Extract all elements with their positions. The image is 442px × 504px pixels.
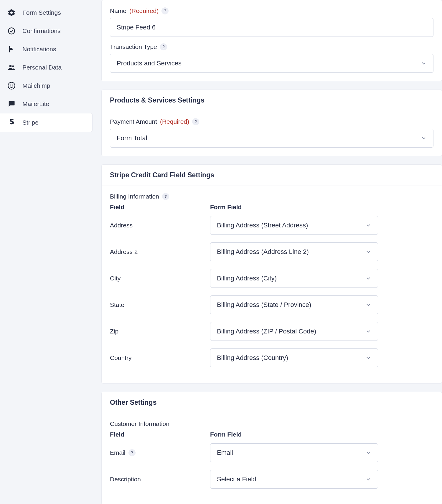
name-label-row: Name (Required) ? [110,7,433,14]
products-panel: Products & Services Settings Payment Amo… [101,90,442,156]
settings-sidebar: Form SettingsConfirmationsNotificationsP… [0,0,94,504]
name-label: Name [110,7,126,14]
customer-columns-header: Field Form Field [110,431,433,438]
check-circle-icon [7,27,16,35]
card-panel: Stripe Credit Card Field Settings Billin… [101,164,442,384]
chevron-down-icon [365,249,371,255]
customer-field-label: Email? [110,449,207,456]
txn-label-row: Transaction Type ? [110,43,433,50]
billing-city-select-value: Billing Address (City) [217,275,277,282]
chevron-down-icon [365,275,371,281]
other-panel-title: Other Settings [102,392,442,413]
transaction-type-label: Transaction Type [110,43,157,50]
mailchimp-icon [7,81,16,90]
products-panel-title: Products & Services Settings [102,90,442,111]
billing-columns-header: Field Form Field [110,204,433,211]
billing-map-row: Address 2Billing Address (Address Line 2… [110,242,433,261]
chevron-down-icon [421,135,427,141]
payment-amount-required: (Required) [160,118,189,125]
chevron-down-icon [365,328,371,334]
name-required: (Required) [129,7,159,14]
customer-field-label: Description [110,476,207,483]
gear-icon [7,8,16,17]
billing-zip-select[interactable]: Billing Address (ZIP / Postal Code) [210,322,378,341]
help-icon[interactable]: ? [162,193,169,200]
billing-map-row: CityBilling Address (City) [110,269,433,288]
billing-map-row: ZipBilling Address (ZIP / Postal Code) [110,322,433,341]
sidebar-item-notifications[interactable]: Notifications [0,40,94,58]
billing-address-select[interactable]: Billing Address (Street Address) [210,216,378,235]
stripe-icon [7,118,16,127]
sidebar-item-mailchimp[interactable]: Mailchimp [0,77,94,95]
sidebar-item-label: Personal Data [22,64,62,71]
billing-field-label: City [110,275,207,282]
col-form-field: Form Field [210,431,433,438]
customer-info-label: Customer Information [110,420,169,427]
people-icon [7,63,16,72]
sidebar-item-label: Mailchimp [22,82,50,89]
chevron-down-icon [365,450,371,456]
other-panel: Other Settings Customer Information Fiel… [101,392,442,504]
billing-country-select[interactable]: Billing Address (Country) [210,348,378,367]
billing-city-select[interactable]: Billing Address (City) [210,269,378,288]
billing-field-label: Address 2 [110,248,207,255]
help-icon[interactable]: ? [128,449,136,456]
payment-amount-value: Form Total [117,134,147,142]
sidebar-item-mailerlite[interactable]: MailerLite [0,95,94,113]
billing-label-row: Billing Information ? [110,193,433,200]
customer-description-select[interactable]: Select a Field [210,470,378,489]
sidebar-item-confirmations[interactable]: Confirmations [0,22,94,40]
chevron-down-icon [365,476,371,482]
svg-point-4 [10,85,11,85]
sidebar-item-label: MailerLite [22,100,49,108]
sidebar-item-label: Stripe [22,119,39,126]
billing-state-select[interactable]: Billing Address (State / Province) [210,295,378,314]
help-icon[interactable]: ? [192,118,199,125]
billing-field-label: State [110,301,207,308]
chevron-down-icon [365,355,371,361]
billing-address-2-select[interactable]: Billing Address (Address Line 2) [210,242,378,261]
flag-icon [7,45,16,54]
col-field: Field [110,204,207,211]
col-form-field: Form Field [210,204,433,211]
svg-point-3 [8,82,15,89]
billing-address-2-select-value: Billing Address (Address Line 2) [217,248,309,256]
customer-email-select-value: Email [217,449,233,457]
chevron-down-icon [365,302,371,308]
billing-map-row: AddressBilling Address (Street Address) [110,216,433,235]
svg-point-5 [12,85,13,85]
billing-field-label: Country [110,354,207,361]
main-content: Name (Required) ? Transaction Type ? Pro… [94,0,442,504]
billing-field-label: Zip [110,328,207,335]
card-panel-title: Stripe Credit Card Field Settings [102,165,442,186]
name-input[interactable] [110,18,433,37]
col-field: Field [110,431,207,438]
billing-country-select-value: Billing Address (Country) [217,354,288,362]
customer-email-select[interactable]: Email [210,443,378,462]
billing-address-select-value: Billing Address (Street Address) [217,222,308,229]
transaction-type-select[interactable]: Products and Services [110,54,433,73]
customer-map-row: DescriptionSelect a Field [110,470,433,489]
feed-panel: Name (Required) ? Transaction Type ? Pro… [101,0,442,81]
sidebar-item-stripe[interactable]: Stripe [0,113,93,132]
help-icon[interactable]: ? [161,7,169,14]
help-icon[interactable]: ? [160,43,167,50]
chevron-down-icon [421,60,427,66]
customer-map-row: Email?Email [110,443,433,462]
chat-icon [7,100,16,108]
billing-map-row: CountryBilling Address (Country) [110,348,433,367]
sidebar-item-form-settings[interactable]: Form Settings [0,4,94,22]
sidebar-item-label: Form Settings [22,9,61,16]
billing-info-label: Billing Information [110,193,159,200]
chevron-down-icon [365,222,371,228]
svg-point-0 [9,28,15,34]
billing-field-label: Address [110,222,207,229]
svg-point-2 [12,65,14,67]
sidebar-item-label: Confirmations [22,27,61,34]
svg-point-1 [9,65,11,67]
sidebar-item-label: Notifications [22,46,56,53]
payment-amount-select[interactable]: Form Total [110,129,433,148]
sidebar-item-personal-data[interactable]: Personal Data [0,58,94,77]
customer-label-row: Customer Information [110,420,433,427]
payment-amount-label: Payment Amount [110,118,157,125]
